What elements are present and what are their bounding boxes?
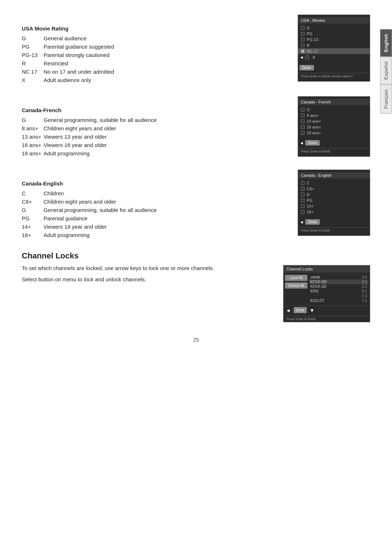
list-item: PG-13 — [298, 37, 370, 42]
rating-code: C — [22, 190, 44, 196]
list-item: C8+ — [298, 186, 370, 192]
canada-english-tv-ui: Canada - English C C8+ G PG 14+ — [298, 170, 370, 236]
checkbox-14plus[interactable] — [301, 204, 305, 208]
done-button[interactable]: Done — [305, 140, 320, 146]
channel-number: 7.0 — [362, 294, 367, 298]
list-item: G General audience — [22, 35, 283, 41]
left-arrow-icon: ◄ — [299, 55, 304, 60]
item-label: 13 ans+ — [307, 119, 321, 123]
tab-francais[interactable]: Français — [380, 85, 392, 114]
checkbox-x[interactable] — [305, 56, 309, 59]
checkbox-8ans[interactable] — [301, 114, 305, 117]
rating-code: 18 ans+ — [22, 150, 44, 156]
left-arrow-icon: ◄ — [286, 307, 291, 313]
checkbox-r[interactable] — [301, 44, 305, 47]
rating-code: R — [22, 60, 44, 66]
list-item: 14+ Viewers 14 year and older — [22, 224, 283, 230]
channel-lock-buttons: Lock All Unlock All — [285, 275, 307, 303]
item-label: NC-17 — [307, 49, 318, 53]
rating-desc: Viewers 16 year and older — [44, 142, 107, 148]
usa-rating-header: USA Movie Rating — [22, 25, 283, 32]
checkbox-nc17[interactable] — [301, 49, 305, 53]
rating-code: 14+ — [22, 224, 44, 230]
done-button[interactable]: Done — [305, 219, 320, 225]
channel-locks-ui-title: Channel Locks — [283, 265, 370, 273]
item-label: PG — [307, 198, 313, 203]
list-item: G — [298, 192, 370, 197]
checkbox-13ans[interactable] — [301, 119, 305, 123]
item-label: 18+ — [307, 210, 314, 214]
rating-desc: General programming, suitable for all au… — [44, 117, 157, 123]
checkbox-pg[interactable] — [301, 32, 305, 36]
unlock-all-button[interactable]: Unlock All — [285, 282, 307, 289]
done-row: ◄ Done — [298, 139, 370, 147]
channel-number: 2.0 — [362, 275, 367, 279]
rating-code: 18+ — [22, 232, 44, 238]
list-item: PG — [298, 31, 370, 37]
rating-code: PG-13 — [22, 52, 44, 58]
canada-english-text: Canada-English C Children C8+ Children e… — [22, 170, 283, 240]
list-item: G — [298, 107, 370, 113]
checkbox-g[interactable] — [301, 193, 305, 196]
checkbox-c8[interactable] — [301, 187, 305, 191]
canada-english-ui-title: Canada - English — [298, 172, 370, 179]
rating-code: PG — [22, 44, 44, 50]
done-row: ◄ Done — [298, 218, 370, 226]
lock-all-button[interactable]: Lock All — [285, 275, 307, 281]
list-item: 16 ans+ — [298, 124, 370, 130]
tab-english[interactable]: English — [380, 29, 392, 57]
rating-code: C8+ — [22, 199, 44, 205]
channel-name: KPIX — [310, 289, 319, 293]
item-label: G — [307, 192, 310, 197]
item-label: 16 ans+ — [307, 125, 321, 129]
rating-desc: Adult audience only — [44, 77, 91, 83]
checkbox-16ans[interactable] — [301, 125, 305, 129]
rating-desc: Viewers 14 year and older — [44, 224, 107, 230]
rating-desc: Adult programming — [44, 150, 90, 156]
usa-movies-ui-title: USA - Movies — [298, 17, 370, 24]
list-item: G General programming, suitable for all … — [22, 207, 283, 213]
list-item: 13 ans+ Viewers 13 year and older — [22, 134, 283, 140]
list-item: KFOX-HD 2.1 — [309, 279, 368, 284]
checkbox-18plus[interactable] — [301, 210, 305, 214]
list-item: 8 ans+ Children eight years and older — [22, 125, 283, 131]
list-item: 8 ans+ — [298, 113, 370, 118]
side-tabs: English Español Français — [380, 29, 392, 114]
checkbox-g[interactable] — [301, 108, 305, 111]
rating-code: 8 ans+ — [22, 125, 44, 131]
rating-code: PG — [22, 215, 44, 221]
canada-french-rows: G General programming, suitable for all … — [22, 117, 283, 156]
left-arrow-icon: ◄ — [299, 140, 304, 146]
arrow-row: ◄ X — [298, 54, 370, 61]
rating-desc: Viewers 13 year and older — [44, 134, 107, 140]
canada-french-ui-title: Canada - French — [298, 99, 370, 105]
rating-desc: Children eight years and older — [44, 199, 116, 205]
done-button[interactable]: Done — [299, 65, 314, 70]
checkbox-c[interactable] — [301, 181, 305, 185]
tab-espanol[interactable]: Español — [380, 57, 392, 84]
list-item: 7.0 — [309, 294, 368, 298]
ui-footer: Press Enter to finish — [283, 316, 370, 322]
list-item: 13 ans+ — [298, 118, 370, 124]
checkbox-g[interactable] — [301, 26, 305, 30]
rating-code: G — [22, 117, 44, 123]
ui-footer: Press Enter to block movies rated X — [298, 73, 370, 79]
rating-desc: Parental guidance — [44, 215, 87, 221]
item-label: X — [313, 55, 315, 60]
item-label: C — [307, 181, 310, 185]
checkbox-pg13[interactable] — [301, 38, 305, 41]
canada-french-tv-ui: Canada - French G 8 ans+ 13 ans+ 16 ans+… — [298, 96, 370, 157]
channel-locks-desc1: To set which channels are locked, use ar… — [22, 265, 269, 271]
usa-rating-rows: G General audience PG Parental guidance … — [22, 35, 283, 83]
list-item: R Restricted — [22, 60, 283, 66]
item-label: PG-13 — [307, 37, 318, 42]
list-item: 18 ans+ Adult programming — [22, 150, 283, 156]
list-item: PG Parental guidance — [22, 215, 283, 221]
list-item: NC 17 No on 17 and under admitted — [22, 69, 283, 75]
checkbox-pg[interactable] — [301, 199, 305, 202]
rating-desc: Children — [44, 190, 64, 196]
done-button[interactable]: Done — [294, 307, 307, 313]
list-item: 18+ Adult programming — [22, 232, 283, 238]
checkbox-18ans[interactable] — [301, 131, 305, 135]
channel-name: KGO-DT — [310, 299, 324, 303]
